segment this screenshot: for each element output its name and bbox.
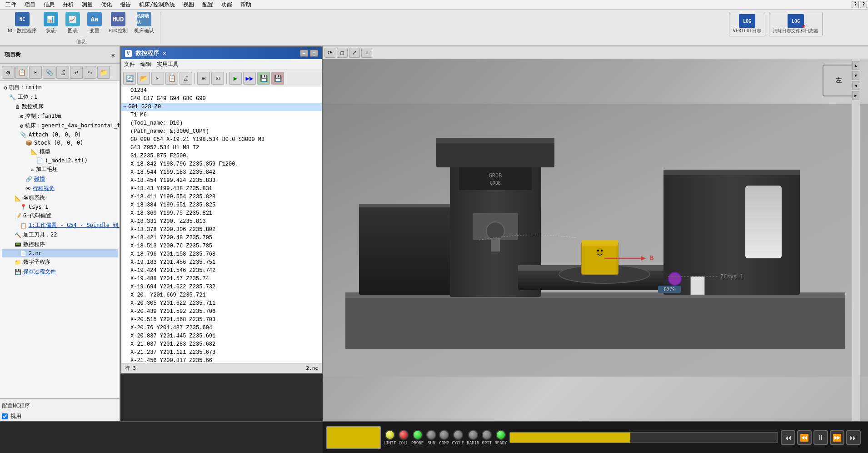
nc-tool-save2[interactable]: 💾 <box>271 72 284 85</box>
nc-title-x[interactable]: ✕ <box>163 50 166 57</box>
tree-item[interactable]: 🔧工位：1 <box>2 92 118 102</box>
menu-item-optimize[interactable]: 优化 <box>97 0 115 10</box>
tree-item[interactable]: ⚙控制：fan10m <box>2 111 118 121</box>
menu-item-machine[interactable]: 机床/控制系统 <box>135 0 179 10</box>
menu-item-measure[interactable]: 测量 <box>78 0 96 10</box>
nc-line[interactable]: G0 G90 G54 X-19.21 Y198.534 B0.0 S3000 M… <box>121 136 322 144</box>
tree-item[interactable]: 📁数字子程序 <box>2 257 118 267</box>
nc-line[interactable]: X-18.378 Y200.306 Z235.802 <box>121 226 322 234</box>
state-btn[interactable]: 📊 状态 <box>41 10 61 35</box>
nc-line[interactable]: G40 G17 G49 G94 G80 G90 <box>121 95 322 103</box>
nc-line[interactable]: X-20. Y201.669 Z235.721 <box>121 291 322 299</box>
vp-btn-2[interactable]: □ <box>337 48 348 58</box>
nc-line[interactable]: X-18.384 Y199.651 Z235.825 <box>121 201 322 209</box>
tree-item[interactable]: 📎Attach (0, 0, 0) <box>2 131 118 139</box>
tree-item[interactable]: 🖥数控机床 <box>2 102 118 111</box>
tree-toolbar-btn-6[interactable]: ↩ <box>70 66 83 79</box>
tree-toolbar-btn-1[interactable]: ⚙ <box>2 66 15 79</box>
nc-program-btn[interactable]: NC NC 数控程序 <box>5 10 39 35</box>
playback-btn-4[interactable]: ⏭ <box>846 430 861 445</box>
nc-menu-file[interactable]: 文件 <box>124 60 135 68</box>
nc-tool-nav1[interactable]: ▶ <box>229 72 242 85</box>
machine-confirm-btn[interactable]: 机床确认 机床确认 <box>132 10 156 35</box>
nc-line[interactable]: O1234 <box>121 86 322 95</box>
view-cube[interactable]: 左 <box>823 65 854 96</box>
nc-tool-open[interactable]: 📂 <box>137 72 150 85</box>
nc-line[interactable]: X-19.424 Y201.546 Z235.742 <box>121 267 322 275</box>
nc-line[interactable]: X-18.43 Y199.488 Z235.831 <box>121 185 322 193</box>
menu-item-config[interactable]: 配置 <box>199 0 217 10</box>
tree-item[interactable]: 📍Csys 1 <box>2 203 118 211</box>
playback-btn-1[interactable]: ⏪ <box>797 430 812 445</box>
nc-line[interactable]: X-18.331 Y200. Z235.813 <box>121 217 322 226</box>
nc-tool-save1[interactable]: 💾 <box>257 72 270 85</box>
enabled-checkbox[interactable] <box>2 413 8 419</box>
tree-item[interactable]: 💾保存过程文件 <box>2 267 118 277</box>
nc-maximize-btn[interactable]: □ <box>310 50 318 57</box>
nc-content[interactable]: O1234G40 G17 G49 G94 G80 G90→G91 G28 Z0T… <box>121 86 322 363</box>
menu-item-info[interactable]: 信息 <box>40 0 58 10</box>
vericut-log-btn[interactable]: LOG VERICUT日志 <box>729 12 765 36</box>
win-restore-btn[interactable]: ? <box>860 1 867 8</box>
nc-line[interactable]: G43 Z952.534 H1 M8 T2 <box>121 144 322 152</box>
nc-line[interactable]: (Path_name: &;3000_COPY) <box>121 127 322 136</box>
nc-line[interactable]: X-18.842 Y198.796 Z235.859 F1200. <box>121 160 322 168</box>
tree-item[interactable]: 📦Stock (0, 0, 0) <box>2 139 118 147</box>
tree-item[interactable]: ✏加工毛坯 <box>2 165 118 174</box>
playback-btn-2[interactable]: ⏸ <box>813 430 828 445</box>
nc-tool-view2[interactable]: ⊡ <box>211 72 224 85</box>
tree-item[interactable]: ⚙项目：initm <box>2 83 118 92</box>
nc-line[interactable]: X-20.439 Y201.592 Z235.706 <box>121 307 322 316</box>
variable-btn[interactable]: Aa 变量 <box>85 10 105 35</box>
nc-line[interactable]: T1 M6 <box>121 111 322 119</box>
nc-line[interactable]: X-18.421 Y200.48 Z235.795 <box>121 234 322 242</box>
menu-item-report[interactable]: 报告 <box>116 0 135 10</box>
clear-log-btn[interactable]: LOG 清除日志文件和日志器 <box>769 12 823 36</box>
vp-btn-1[interactable]: ⟳ <box>324 48 335 58</box>
hud-btn[interactable]: HUD HUD控制 <box>106 10 130 35</box>
nc-line[interactable]: X-19.694 Y201.622 Z235.732 <box>121 283 322 291</box>
nc-line[interactable]: X-21.037 Y201.283 Z235.682 <box>121 340 322 348</box>
nc-line[interactable]: X-18.544 Y199.183 Z235.842 <box>121 168 322 176</box>
tree-toolbar-btn-3[interactable]: ✂ <box>29 66 42 79</box>
nc-line[interactable]: X-20.76 Y201.487 Z235.694 <box>121 324 322 332</box>
tree-toolbar-btn-5[interactable]: 🖨 <box>56 66 69 79</box>
nc-line[interactable]: X-19.488 Y201.57 Z235.74 <box>121 275 322 283</box>
project-tree-close[interactable]: ✕ <box>111 51 115 59</box>
nc-line[interactable]: X-18.369 Y199.75 Z235.821 <box>121 209 322 217</box>
tree-item[interactable]: 📋1:工作偏置 - G54 - Spindle 到 Stock <box>2 221 118 230</box>
menu-item-workpiece[interactable]: 工件 <box>2 0 20 10</box>
menu-item-function[interactable]: 功能 <box>218 0 236 10</box>
tree-item[interactable]: ⚙机床：generic_4ax_horizontal_table_b <box>2 121 118 131</box>
graph-btn[interactable]: 📈 图表 <box>63 10 83 35</box>
rs-btn-up[interactable]: ▲ <box>852 61 859 70</box>
tree-item[interactable]: 📄2.nc <box>2 249 118 257</box>
win-minimize-btn[interactable]: ? <box>852 1 859 8</box>
tree-item[interactable]: 🔨加工刀具：22 <box>2 230 118 240</box>
nc-line[interactable]: X-19.183 Y201.456 Z235.751 <box>121 258 322 267</box>
tree-item[interactable]: 📐模型 <box>2 147 118 156</box>
nc-line[interactable]: X-20.837 Y201.445 Z235.691 <box>121 332 322 340</box>
nc-line[interactable]: X-18.454 Y199.424 Z235.833 <box>121 176 322 185</box>
nc-line[interactable]: (Tool_name: D10) <box>121 119 322 127</box>
tree-toolbar-btn-4[interactable]: 📎 <box>43 66 55 79</box>
nc-line[interactable]: X-18.513 Y200.76 Z235.785 <box>121 242 322 250</box>
menu-item-analysis[interactable]: 分析 <box>59 0 77 10</box>
nc-line[interactable]: X-20.515 Y201.568 Z235.703 <box>121 316 322 324</box>
tree-item[interactable]: 🔗碰撞 <box>2 174 118 184</box>
nc-tool-cut[interactable]: ✂ <box>151 72 164 85</box>
tree-item[interactable]: 📐坐标系统 <box>2 193 118 203</box>
nc-menu-tools[interactable]: 实用工具 <box>157 60 179 68</box>
nc-line[interactable]: X-18.796 Y201.158 Z235.768 <box>121 250 322 258</box>
nc-tool-refresh[interactable]: 🔄 <box>123 72 136 85</box>
rs-btn-4[interactable]: ▶ <box>852 91 859 100</box>
vp-btn-3[interactable]: ⤢ <box>349 48 360 58</box>
playback-btn-3[interactable]: ⏩ <box>830 430 844 445</box>
nc-tool-copy[interactable]: 📋 <box>165 72 178 85</box>
tree-item[interactable]: 📟数控程序 <box>2 240 118 249</box>
nc-tool-print[interactable]: 🖨 <box>180 72 192 85</box>
nc-line[interactable]: →G91 G28 Z0 <box>121 103 322 111</box>
tree-toolbar-btn-7[interactable]: ↪ <box>84 66 96 79</box>
nc-line[interactable]: X-20.305 Y201.622 Z235.711 <box>121 299 322 307</box>
vp-btn-4[interactable]: ≡ <box>361 48 372 58</box>
